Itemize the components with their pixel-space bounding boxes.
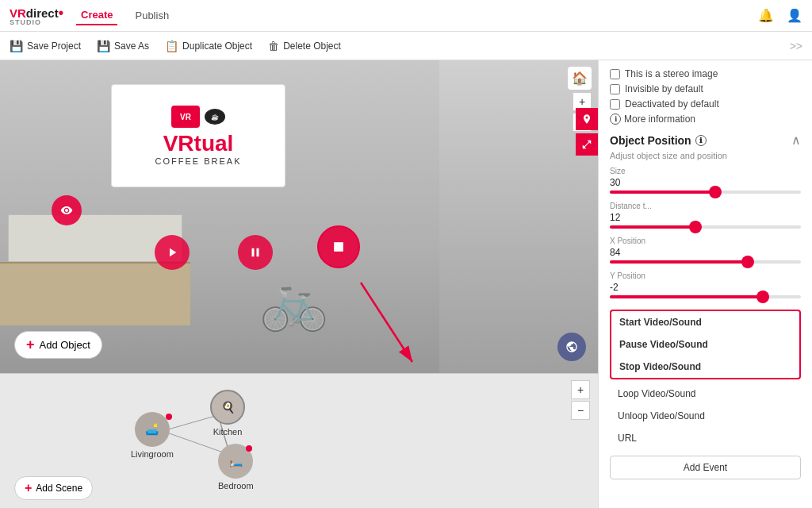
save-project-button[interactable]: 💾 Save Project <box>10 40 81 52</box>
save-as-button[interactable]: 💾 Save As <box>97 40 149 52</box>
tab-publish[interactable]: Publish <box>130 6 174 25</box>
vr-board-title: VRtual <box>163 131 234 156</box>
node-dot <box>166 414 170 420</box>
node-livingroom-label: Livingroom <box>131 449 174 459</box>
delete-label: Delete Object <box>283 40 341 52</box>
map-zoom-in-button[interactable]: + <box>571 380 590 399</box>
more-info-label: More information <box>624 114 695 125</box>
distance-thumb[interactable] <box>689 221 702 233</box>
dropdown-item-stop[interactable]: Stop Video/Sound <box>611 356 799 378</box>
object-position-title: Object Position ℹ <box>610 134 707 147</box>
eye-button[interactable] <box>52 195 82 225</box>
user-icon[interactable]: 👤 <box>787 8 802 23</box>
size-label: Size <box>610 167 801 175</box>
map-panel: 🛋️ Livingroom 🍳 Kitchen 🛏️ <box>0 373 598 508</box>
notifications-icon[interactable]: 🔔 <box>758 8 774 23</box>
collapse-button[interactable]: ∧ <box>791 133 801 148</box>
home-icon[interactable]: 🏠 <box>568 67 592 90</box>
save-as-icon: 💾 <box>97 40 110 52</box>
invisible-checkbox[interactable] <box>610 84 620 94</box>
add-event-button[interactable]: Add Event <box>610 456 801 479</box>
save-as-label: Save As <box>114 40 149 52</box>
dropdown-item-unloop[interactable]: Unloop Video/Sound <box>610 405 801 427</box>
delete-object-button[interactable]: 🗑 Delete Object <box>268 40 341 52</box>
node-dot-bedroom <box>246 445 252 452</box>
yposition-fill <box>610 295 763 298</box>
object-position-header: Object Position ℹ ∧ <box>610 133 801 148</box>
side-icons <box>576 108 598 156</box>
location-icon[interactable] <box>576 108 598 130</box>
size-slider-row: Size 30 <box>610 167 801 194</box>
node-livingroom[interactable]: 🛋️ Livingroom <box>131 412 174 459</box>
add-object-label: Add Object <box>40 339 90 351</box>
object-position-title-text: Object Position <box>610 134 691 147</box>
yposition-track[interactable] <box>610 295 801 298</box>
node-kitchen-label: Kitchen <box>213 427 243 437</box>
size-track[interactable] <box>610 190 801 194</box>
dropdown-item-start[interactable]: Start Video/Sound <box>611 311 799 333</box>
canvas-area: VR ☕ VRtual COFFEE BREAK <box>0 60 598 508</box>
distance-label: Distance t... <box>610 202 801 210</box>
yposition-slider-row: Y Position -2 <box>610 271 801 298</box>
vr-text: VR <box>163 131 194 156</box>
vr-scene: VR ☕ VRtual COFFEE BREAK <box>0 60 598 373</box>
add-object-button[interactable]: + Add Object <box>14 331 102 359</box>
size-fill <box>610 190 715 194</box>
expand-icon[interactable]: >> <box>790 40 802 52</box>
delete-icon: 🗑 <box>268 40 279 52</box>
add-object-plus-icon: + <box>26 337 35 353</box>
tual-text: tual <box>194 131 234 156</box>
object-position-info-icon[interactable]: ℹ <box>695 135 707 146</box>
object-position-subtitle: Adjust object size and position <box>610 151 801 160</box>
map-zoom-out-button[interactable]: − <box>571 401 590 420</box>
size-thumb[interactable] <box>709 186 722 198</box>
node-bedroom-label: Bedroom <box>218 481 254 491</box>
yposition-thumb[interactable] <box>756 291 769 303</box>
node-kitchen[interactable]: 🍳 Kitchen <box>210 390 245 437</box>
distance-fill <box>610 225 695 229</box>
duplicate-icon: 📋 <box>165 40 178 52</box>
resize-icon[interactable] <box>576 133 598 156</box>
globe-button[interactable] <box>557 333 586 361</box>
distance-slider-row: Distance t... 12 <box>610 202 801 229</box>
dropdown-item-url[interactable]: URL <box>610 427 801 449</box>
toolbar: 💾 Save Project 💾 Save As 📋 Duplicate Obj… <box>0 32 812 60</box>
vr-board: VR ☕ VRtual COFFEE BREAK <box>111 84 285 187</box>
more-info-link[interactable]: ℹ More information <box>610 114 801 125</box>
stereo-label: This is a stereo image <box>625 68 718 79</box>
viewport[interactable]: VR ☕ VRtual COFFEE BREAK <box>0 60 598 373</box>
save-project-label: Save Project <box>27 40 81 52</box>
map-nodes: 🛋️ Livingroom 🍳 Kitchen 🛏️ <box>8 382 590 500</box>
right-panel: This is a stereo image Invisible by defa… <box>598 60 812 508</box>
stereo-checkbox-row: This is a stereo image <box>610 68 801 79</box>
stereo-checkbox[interactable] <box>610 69 620 79</box>
xposition-slider-row: X Position 84 <box>610 237 801 264</box>
add-scene-button[interactable]: + Add Scene <box>14 476 93 500</box>
duplicate-label: Duplicate Object <box>182 40 252 52</box>
main-layout: VR ☕ VRtual COFFEE BREAK <box>0 60 812 508</box>
dropdown-item-loop[interactable]: Loop Video/Sound <box>610 383 801 405</box>
svg-marker-0 <box>170 248 176 257</box>
save-project-icon: 💾 <box>10 40 23 52</box>
topbar-icons: 🔔 👤 <box>758 8 802 23</box>
duplicate-object-button[interactable]: 📋 Duplicate Object <box>165 40 252 52</box>
invisible-label: Invisible by default <box>625 83 703 94</box>
xposition-thumb[interactable] <box>741 256 754 268</box>
node-bedroom[interactable]: 🛏️ Bedroom <box>218 444 254 491</box>
deactivated-checkbox[interactable] <box>610 99 620 110</box>
deactivated-checkbox-row: Deactivated by default <box>610 98 801 110</box>
play-button[interactable] <box>155 235 190 270</box>
distance-track[interactable] <box>610 225 801 229</box>
xposition-track[interactable] <box>610 260 801 264</box>
xposition-value: 84 <box>610 247 801 258</box>
tab-create[interactable]: Create <box>76 6 117 25</box>
deactivated-label: Deactivated by default <box>625 98 719 110</box>
map-zoom-controls: + − <box>571 380 590 420</box>
size-value: 30 <box>610 177 801 188</box>
info-circle-icon: ℹ <box>610 114 621 125</box>
logo: VRdirect• STUDIO <box>10 5 63 26</box>
invisible-checkbox-row: Invisible by default <box>610 83 801 94</box>
add-scene-plus-icon: + <box>25 481 32 495</box>
logo-dot: • <box>59 5 63 21</box>
dropdown-item-pause[interactable]: Pause Video/Sound <box>611 333 799 356</box>
